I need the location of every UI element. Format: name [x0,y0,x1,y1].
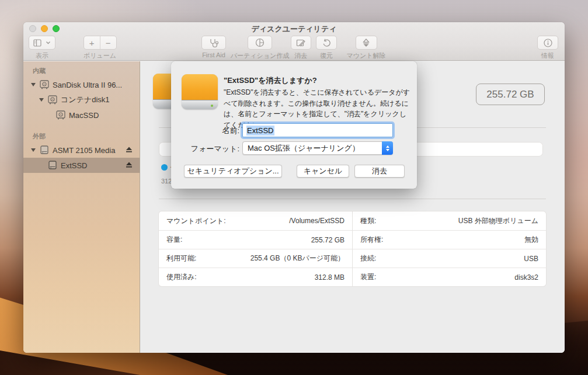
restore-label: 復元 [320,51,333,60]
info-label: 接続: [360,254,376,263]
info-column-right: 種類: USB 外部物理ボリューム 所有権: 無効 接続: USB 装置: di… [352,211,546,286]
table-row: 所有権: 無効 [353,230,546,249]
sidebar-item-label: ASMT 2105 Media [53,146,123,155]
internal-drive-icon [55,110,66,120]
sidebar-section-external: 外部 [23,130,140,143]
sidebar-item-label: ExtSSD [61,161,123,170]
toolbar-group-unmount: マウント解除 [342,36,390,60]
info-label: 種類: [360,216,376,226]
eject-icon[interactable] [126,162,133,168]
disk-utility-window: ディスクユーティリティ 表示 + − ボリューム First [23,22,565,353]
toolbar-group-info: 情報 [527,36,565,60]
sidebar-item-label: MacSSD [69,111,134,120]
eject-icon[interactable] [126,147,133,153]
info-button[interactable] [537,36,558,50]
content-divider-bottom [159,199,546,199]
toolbar-group-restore: 復元 [314,36,339,60]
sidebar-view-icon [33,39,43,47]
format-popup-button[interactable]: Mac OS拡張（ジャーナリング） [242,141,393,155]
restore-arrow-icon [322,39,331,47]
info-label: 利用可能: [166,254,196,263]
legend-used-dot [161,164,168,171]
erase-label: 消去 [294,51,307,60]
toolbar-group-erase: 消去 [286,36,315,60]
view-label: 表示 [36,51,48,60]
table-row: 装置: disk3s2 [353,268,546,286]
sidebar: 内蔵 SanDisk Ultra II 96... コンテナdisk1 MacS… [23,61,140,353]
table-row: 利用可能: 255.4 GB（0 KBパージ可能） [159,249,352,268]
toolbar-group-volume: + − ボリューム [83,36,116,60]
desktop-wallpaper: ディスクユーティリティ 表示 + − ボリューム First [0,0,588,375]
erase-icon [296,39,305,47]
external-drive-icon [39,145,50,155]
window-title: ディスクユーティリティ [23,24,565,34]
info-label: 情報 [541,51,554,60]
unmount-button[interactable] [356,36,377,50]
unmount-eject-icon [362,39,370,47]
disclosure-triangle-icon[interactable] [39,98,44,102]
name-input-selected-text: ExtSSD [246,126,274,136]
stethoscope-icon [209,39,219,47]
partition-icon [255,38,265,47]
dialog-title: "ExtSSD"を消去しますか? [224,75,317,86]
external-drive-dialog-icon [182,74,218,109]
sidebar-gap [23,123,140,130]
first-aid-label: First Aid [202,51,225,58]
info-value: 無効 [524,235,538,245]
info-column-left: マウントポイント: /Volumes/ExtSSD 容量: 255.72 GB … [159,211,352,286]
remove-volume-button[interactable]: − [100,36,116,49]
format-selected-value: Mac OS拡張（ジャーナリング） [243,143,382,154]
name-field-label: 名前: [171,126,239,136]
restore-button[interactable] [316,36,337,50]
toolbar-group-view: 表示 [29,36,55,60]
sidebar-item-macssd[interactable]: MacSSD [23,107,140,123]
view-button[interactable] [29,36,55,50]
partition-label: パーティション作成 [231,51,290,60]
info-value: 255.72 GB [311,236,345,244]
volume-segmented-control: + − [83,36,117,50]
table-row: 種類: USB 外部物理ボリューム [353,211,546,230]
info-label: 使用済み: [166,272,197,282]
window-chrome: ディスクユーティリティ 表示 + − ボリューム First [23,22,565,61]
erase-button[interactable] [291,36,311,50]
info-icon [544,39,552,47]
info-value: USB 外部物理ボリューム [458,216,538,226]
info-label: 装置: [360,272,376,282]
confirm-erase-button[interactable]: 消去 [354,165,405,178]
sidebar-item-label: SanDisk Ultra II 96... [53,81,134,89]
external-drive-icon [47,161,58,170]
disclosure-triangle-icon[interactable] [31,148,36,152]
info-value: 312.8 MB [315,273,345,282]
volume-label: ボリューム [83,51,116,60]
sidebar-item-container-disk1[interactable]: コンテナdisk1 [23,92,140,107]
popup-stepper-icon [382,141,393,155]
sidebar-item-sandisk[interactable]: SanDisk Ultra II 96... [23,77,140,92]
info-label: 容量: [166,235,182,245]
first-aid-button[interactable] [201,36,226,50]
partition-button[interactable] [248,36,272,50]
name-input[interactable]: ExtSSD [242,123,393,137]
volume-info-table: マウントポイント: /Volumes/ExtSSD 容量: 255.72 GB … [159,211,546,286]
format-field-label: フォーマット: [171,144,239,154]
table-row: 接続: USB [353,249,546,268]
sidebar-section-internal: 内蔵 [23,64,140,77]
internal-drive-icon [39,80,50,89]
cancel-button[interactable]: キャンセル [297,165,349,178]
chevron-down-icon [46,41,51,44]
unmount-label: マウント解除 [346,51,385,60]
info-label: マウントポイント: [166,216,226,226]
table-row: 容量: 255.72 GB [159,230,352,249]
sidebar-item-asmt-2105[interactable]: ASMT 2105 Media [23,143,140,158]
security-options-button[interactable]: セキュリティオプション... [184,165,282,178]
sidebar-item-extssd[interactable]: ExtSSD [23,158,140,173]
add-volume-button[interactable]: + [84,36,100,49]
toolbar-group-first-aid: First Aid [196,36,231,58]
erase-dialog: "ExtSSD"を消去しますか? "ExtSSD"を消去すると、そこに保存されて… [171,61,417,189]
table-row: マウントポイント: /Volumes/ExtSSD [159,211,352,230]
table-row: 使用済み: 312.8 MB [159,268,352,286]
volume-size-badge: 255.72 GB [476,84,545,105]
toolbar-group-partition: パーティション作成 [231,36,289,60]
info-label: 所有権: [360,235,383,245]
disclosure-triangle-icon[interactable] [31,83,36,86]
info-value: /Volumes/ExtSSD [289,217,345,225]
